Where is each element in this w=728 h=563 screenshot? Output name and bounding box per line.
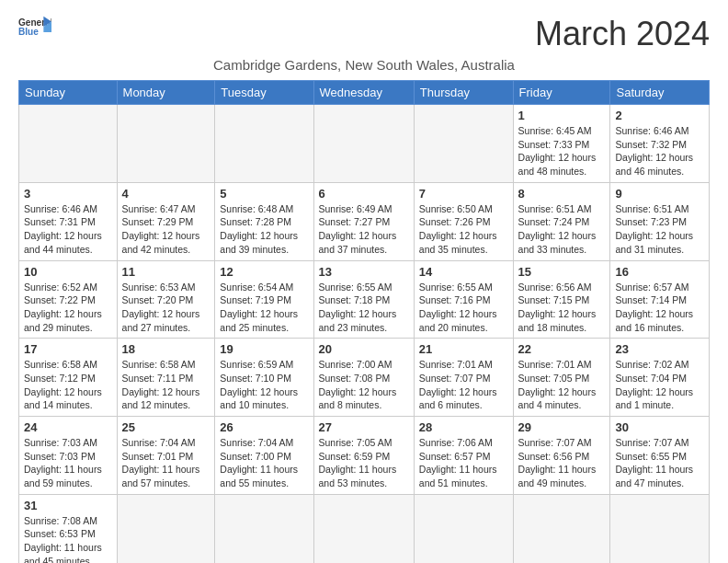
day-number: 21 bbox=[419, 342, 508, 356]
day-info: Sunrise: 7:08 AM Sunset: 6:53 PM Dayligh… bbox=[24, 514, 112, 563]
day-cell bbox=[513, 494, 610, 563]
day-info: Sunrise: 7:01 AM Sunset: 7:05 PM Dayligh… bbox=[518, 358, 606, 412]
day-info: Sunrise: 7:07 AM Sunset: 6:55 PM Dayligh… bbox=[615, 436, 704, 490]
day-cell: 18Sunrise: 6:58 AM Sunset: 7:11 PM Dayli… bbox=[117, 339, 215, 417]
day-number: 31 bbox=[24, 499, 112, 512]
day-cell bbox=[117, 105, 215, 183]
day-number: 15 bbox=[518, 265, 606, 279]
day-cell: 30Sunrise: 7:07 AM Sunset: 6:55 PM Dayli… bbox=[610, 417, 710, 495]
day-number: 24 bbox=[24, 420, 112, 434]
day-cell: 10Sunrise: 6:52 AM Sunset: 7:22 PM Dayli… bbox=[19, 260, 118, 339]
day-number: 26 bbox=[220, 420, 308, 434]
day-cell: 21Sunrise: 7:01 AM Sunset: 7:07 PM Dayli… bbox=[414, 339, 513, 417]
day-cell: 8Sunrise: 6:51 AM Sunset: 7:24 PM Daylig… bbox=[513, 182, 610, 260]
week-row-1: 1Sunrise: 6:45 AM Sunset: 7:33 PM Daylig… bbox=[19, 105, 710, 183]
day-cell bbox=[414, 494, 513, 563]
day-number: 11 bbox=[122, 265, 210, 279]
day-number: 9 bbox=[615, 187, 704, 201]
day-info: Sunrise: 6:55 AM Sunset: 7:16 PM Dayligh… bbox=[419, 281, 508, 335]
day-cell: 3Sunrise: 6:46 AM Sunset: 7:31 PM Daylig… bbox=[19, 182, 118, 260]
day-cell: 16Sunrise: 6:57 AM Sunset: 7:14 PM Dayli… bbox=[610, 260, 710, 339]
day-number: 23 bbox=[615, 342, 704, 356]
day-info: Sunrise: 7:06 AM Sunset: 6:57 PM Dayligh… bbox=[419, 436, 508, 490]
day-info: Sunrise: 7:00 AM Sunset: 7:08 PM Dayligh… bbox=[319, 358, 409, 412]
day-number: 16 bbox=[615, 265, 704, 279]
day-cell bbox=[117, 494, 215, 563]
day-cell: 25Sunrise: 7:04 AM Sunset: 7:01 PM Dayli… bbox=[117, 417, 215, 495]
day-info: Sunrise: 7:02 AM Sunset: 7:04 PM Dayligh… bbox=[615, 358, 704, 412]
day-header-monday: Monday bbox=[117, 81, 215, 105]
day-info: Sunrise: 6:51 AM Sunset: 7:24 PM Dayligh… bbox=[518, 202, 606, 257]
day-info: Sunrise: 6:58 AM Sunset: 7:11 PM Dayligh… bbox=[122, 358, 210, 412]
day-header-tuesday: Tuesday bbox=[215, 81, 313, 105]
day-cell: 19Sunrise: 6:59 AM Sunset: 7:10 PM Dayli… bbox=[215, 339, 313, 417]
day-number: 12 bbox=[220, 265, 308, 279]
day-cell: 2Sunrise: 6:46 AM Sunset: 7:32 PM Daylig… bbox=[610, 105, 710, 183]
day-cell: 20Sunrise: 7:00 AM Sunset: 7:08 PM Dayli… bbox=[313, 339, 414, 417]
day-info: Sunrise: 6:51 AM Sunset: 7:23 PM Dayligh… bbox=[615, 202, 704, 257]
header: General Blue March 2024 bbox=[18, 15, 710, 53]
week-row-2: 3Sunrise: 6:46 AM Sunset: 7:31 PM Daylig… bbox=[19, 182, 710, 260]
day-info: Sunrise: 6:46 AM Sunset: 7:31 PM Dayligh… bbox=[24, 202, 112, 257]
day-cell: 1Sunrise: 6:45 AM Sunset: 7:33 PM Daylig… bbox=[513, 105, 610, 183]
day-cell: 29Sunrise: 7:07 AM Sunset: 6:56 PM Dayli… bbox=[513, 417, 610, 495]
day-info: Sunrise: 7:07 AM Sunset: 6:56 PM Dayligh… bbox=[518, 436, 606, 490]
day-info: Sunrise: 6:49 AM Sunset: 7:27 PM Dayligh… bbox=[319, 202, 409, 257]
week-row-5: 24Sunrise: 7:03 AM Sunset: 7:03 PM Dayli… bbox=[19, 417, 710, 495]
day-cell: 27Sunrise: 7:05 AM Sunset: 6:59 PM Dayli… bbox=[313, 417, 414, 495]
day-cell bbox=[19, 105, 118, 183]
day-info: Sunrise: 6:53 AM Sunset: 7:20 PM Dayligh… bbox=[122, 281, 210, 335]
day-number: 27 bbox=[319, 420, 409, 434]
day-cell: 15Sunrise: 6:56 AM Sunset: 7:15 PM Dayli… bbox=[513, 260, 610, 339]
day-number: 20 bbox=[319, 342, 409, 356]
week-row-6: 31Sunrise: 7:08 AM Sunset: 6:53 PM Dayli… bbox=[19, 494, 710, 563]
day-cell bbox=[215, 105, 313, 183]
day-info: Sunrise: 7:04 AM Sunset: 7:00 PM Dayligh… bbox=[220, 436, 308, 490]
day-info: Sunrise: 6:45 AM Sunset: 7:33 PM Dayligh… bbox=[518, 124, 606, 178]
day-cell: 12Sunrise: 6:54 AM Sunset: 7:19 PM Dayli… bbox=[215, 260, 313, 339]
day-info: Sunrise: 6:47 AM Sunset: 7:29 PM Dayligh… bbox=[122, 202, 210, 257]
day-info: Sunrise: 7:03 AM Sunset: 7:03 PM Dayligh… bbox=[24, 436, 112, 490]
month-title: March 2024 bbox=[535, 15, 710, 53]
day-header-saturday: Saturday bbox=[610, 81, 710, 105]
day-number: 17 bbox=[24, 342, 112, 356]
day-header-sunday: Sunday bbox=[19, 81, 118, 105]
svg-text:Blue: Blue bbox=[18, 27, 39, 37]
day-number: 13 bbox=[319, 265, 409, 279]
day-info: Sunrise: 6:54 AM Sunset: 7:19 PM Dayligh… bbox=[220, 281, 308, 335]
day-info: Sunrise: 6:50 AM Sunset: 7:26 PM Dayligh… bbox=[419, 202, 508, 257]
day-number: 25 bbox=[122, 420, 210, 434]
day-info: Sunrise: 6:55 AM Sunset: 7:18 PM Dayligh… bbox=[319, 281, 409, 335]
day-number: 1 bbox=[518, 109, 606, 122]
day-cell: 7Sunrise: 6:50 AM Sunset: 7:26 PM Daylig… bbox=[414, 182, 513, 260]
day-number: 28 bbox=[419, 420, 508, 434]
day-cell: 17Sunrise: 6:58 AM Sunset: 7:12 PM Dayli… bbox=[19, 339, 118, 417]
day-cell bbox=[215, 494, 313, 563]
day-number: 22 bbox=[518, 342, 606, 356]
day-number: 18 bbox=[122, 342, 210, 356]
day-number: 7 bbox=[419, 187, 508, 201]
day-number: 10 bbox=[24, 265, 112, 279]
day-cell bbox=[414, 105, 513, 183]
week-row-4: 17Sunrise: 6:58 AM Sunset: 7:12 PM Dayli… bbox=[19, 339, 710, 417]
day-cell bbox=[313, 105, 414, 183]
location-subtitle: Cambridge Gardens, New South Wales, Aust… bbox=[18, 57, 710, 73]
day-cell bbox=[313, 494, 414, 563]
day-cell: 14Sunrise: 6:55 AM Sunset: 7:16 PM Dayli… bbox=[414, 260, 513, 339]
day-cell: 28Sunrise: 7:06 AM Sunset: 6:57 PM Dayli… bbox=[414, 417, 513, 495]
day-number: 19 bbox=[220, 342, 308, 356]
day-number: 6 bbox=[319, 187, 409, 201]
day-number: 29 bbox=[518, 420, 606, 434]
day-number: 5 bbox=[220, 187, 308, 201]
day-cell: 6Sunrise: 6:49 AM Sunset: 7:27 PM Daylig… bbox=[313, 182, 414, 260]
day-info: Sunrise: 6:58 AM Sunset: 7:12 PM Dayligh… bbox=[24, 358, 112, 412]
title-area: March 2024 bbox=[535, 15, 710, 53]
day-cell: 24Sunrise: 7:03 AM Sunset: 7:03 PM Dayli… bbox=[19, 417, 118, 495]
day-cell: 5Sunrise: 6:48 AM Sunset: 7:28 PM Daylig… bbox=[215, 182, 313, 260]
calendar-table: SundayMondayTuesdayWednesdayThursdayFrid… bbox=[18, 80, 710, 563]
logo: General Blue bbox=[18, 15, 51, 40]
day-cell: 22Sunrise: 7:01 AM Sunset: 7:05 PM Dayli… bbox=[513, 339, 610, 417]
week-row-3: 10Sunrise: 6:52 AM Sunset: 7:22 PM Dayli… bbox=[19, 260, 710, 339]
day-number: 14 bbox=[419, 265, 508, 279]
day-info: Sunrise: 6:48 AM Sunset: 7:28 PM Dayligh… bbox=[220, 202, 308, 257]
